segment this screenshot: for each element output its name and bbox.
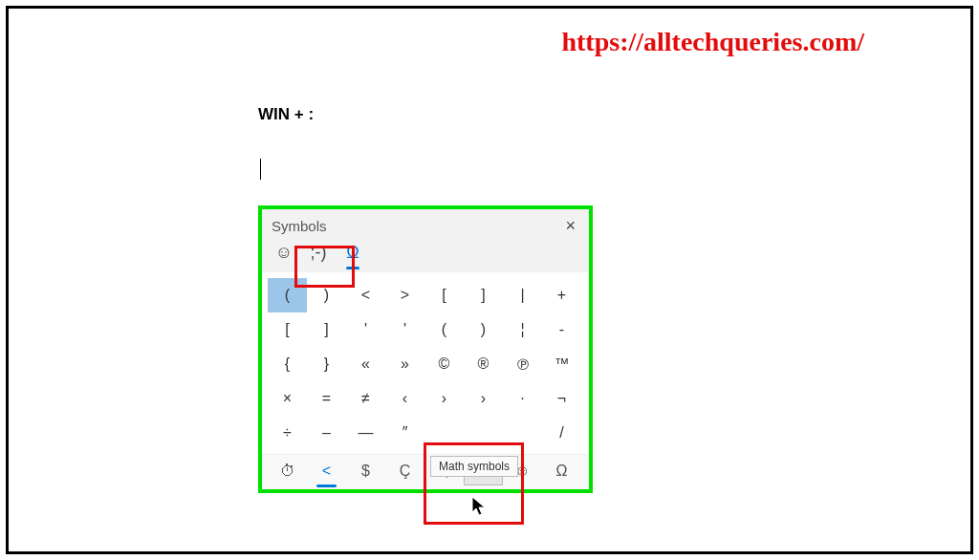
symbol-cell[interactable]: ™: [542, 347, 581, 381]
tab-symbols[interactable]: Ω: [338, 238, 367, 267]
symbol-cell[interactable]: «: [346, 347, 385, 381]
category-general-punctuation[interactable]: <: [307, 457, 346, 485]
document-area: WIN + :: [258, 105, 314, 180]
symbol-cell[interactable]: ›: [424, 381, 464, 416]
tab-emoji[interactable]: ☺: [270, 238, 298, 267]
symbol-cell[interactable]: [464, 416, 503, 450]
tooltip-math-symbols: Math symbols: [430, 456, 518, 477]
symbol-cell[interactable]: =: [307, 381, 346, 416]
symbol-cell[interactable]: ÷: [268, 416, 307, 450]
omega-icon: Ω: [346, 243, 359, 263]
smiley-icon: ☺: [275, 243, 293, 263]
symbol-cell[interactable]: –: [307, 416, 346, 450]
less-than-icon: <: [322, 463, 331, 480]
cedilla-icon: Ç: [400, 463, 411, 480]
symbol-cell[interactable]: [503, 416, 542, 450]
category-latin[interactable]: Ç: [385, 457, 424, 485]
tab-kaomoji[interactable]: ;-): [304, 238, 333, 267]
symbol-cell[interactable]: |: [503, 278, 542, 312]
symbol-cell[interactable]: ': [385, 312, 424, 347]
panel-header: Symbols ×: [262, 209, 589, 236]
tab-row: ☺ ;-) Ω: [262, 236, 589, 272]
symbol-cell[interactable]: ‹: [385, 381, 424, 416]
omega-icon: Ω: [556, 463, 568, 480]
symbol-cell[interactable]: ≠: [346, 381, 385, 416]
clock-icon: ⏱: [280, 463, 295, 480]
symbol-cell[interactable]: ]: [307, 312, 346, 347]
symbol-cell[interactable]: ›: [464, 381, 503, 416]
category-currency[interactable]: $: [346, 457, 385, 485]
category-recent[interactable]: ⏱: [268, 457, 307, 485]
symbol-cell[interactable]: ×: [268, 381, 307, 416]
symbol-cell[interactable]: ″: [385, 416, 424, 450]
category-row: ⏱ < $ Ç ⇆ ∞ ☺ Ω: [262, 454, 589, 489]
symbol-cell[interactable]: ©: [424, 347, 464, 381]
symbol-cell[interactable]: ): [307, 278, 346, 312]
emoji-symbols-panel: Symbols × ☺ ;-) Ω ( ) < > [ ] | + [ ] ' …: [258, 205, 593, 493]
symbol-cell[interactable]: ℗: [503, 347, 542, 381]
watermark-url: https://alltechqueries.com/: [561, 27, 864, 57]
symbol-cell[interactable]: »: [385, 347, 424, 381]
symbol-cell[interactable]: (: [268, 278, 307, 312]
symbol-cell[interactable]: ]: [464, 278, 503, 312]
symbol-cell[interactable]: -: [542, 312, 581, 347]
symbol-grid: ( ) < > [ ] | + [ ] ' ' ( ) ¦ - { } « » …: [262, 272, 589, 454]
close-button[interactable]: ×: [561, 217, 579, 234]
symbol-cell[interactable]: ¦: [503, 312, 542, 347]
symbol-cell[interactable]: }: [307, 347, 346, 381]
dollar-icon: $: [361, 463, 370, 480]
symbol-cell[interactable]: ': [346, 312, 385, 347]
symbol-cell[interactable]: —: [346, 416, 385, 450]
symbol-cell[interactable]: ): [464, 312, 503, 347]
symbol-cell[interactable]: >: [385, 278, 424, 312]
document-heading: WIN + :: [258, 105, 314, 124]
symbol-cell[interactable]: /: [542, 416, 581, 450]
symbol-cell[interactable]: [: [268, 312, 307, 347]
symbol-cell[interactable]: ·: [503, 381, 542, 416]
symbol-cell[interactable]: [424, 416, 464, 450]
symbol-cell[interactable]: (: [424, 312, 464, 347]
kaomoji-icon: ;-): [311, 243, 327, 263]
category-greek[interactable]: Ω: [542, 457, 581, 485]
symbol-cell[interactable]: [: [424, 278, 464, 312]
text-cursor: [260, 159, 261, 180]
symbol-cell[interactable]: ¬: [542, 381, 581, 416]
symbol-cell[interactable]: +: [542, 278, 581, 312]
symbol-cell[interactable]: <: [346, 278, 385, 312]
symbol-cell[interactable]: {: [268, 347, 307, 381]
symbol-cell[interactable]: ®: [464, 347, 503, 381]
panel-title: Symbols: [272, 218, 327, 234]
